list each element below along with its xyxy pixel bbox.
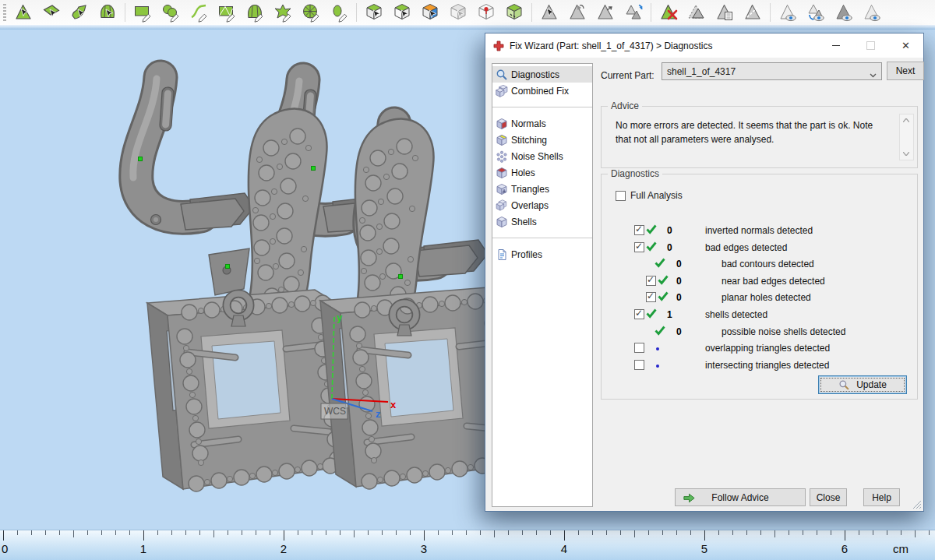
ruler-number: 2 xyxy=(280,542,287,555)
window-selection-icon[interactable] xyxy=(215,2,238,23)
select-cube-alt-icon[interactable] xyxy=(390,2,414,23)
sidebar-item-label: Triangles xyxy=(511,184,549,195)
mark-shell-icon[interactable] xyxy=(96,2,119,23)
ruler-tick xyxy=(45,530,46,535)
mark-surface-icon[interactable] xyxy=(68,2,91,23)
triangles-dashed-icon[interactable] xyxy=(685,2,708,23)
triangle-copy-icon[interactable] xyxy=(713,2,736,23)
diagnostic-row: 0planar holes detected xyxy=(602,291,917,307)
dialog-titlebar[interactable]: Fix Wizard (Part: shell_1_of_4317) > Dia… xyxy=(485,33,923,58)
advice-groupbox: Advice No more errors are detected. It s… xyxy=(601,106,918,168)
shell-pen-icon[interactable] xyxy=(243,2,266,23)
sidebar-item-normals[interactable]: Normals xyxy=(492,115,592,132)
toolbar-separator xyxy=(770,3,771,22)
triangle-show-icon[interactable] xyxy=(860,2,884,23)
ruler-tick xyxy=(606,530,607,535)
triangle-orient-icon[interactable] xyxy=(594,2,617,23)
diagnostic-checkbox[interactable] xyxy=(634,360,644,370)
delete-marked-icon[interactable] xyxy=(657,2,680,23)
select-cube-disabled-icon[interactable] xyxy=(446,2,470,23)
triangle-hide-icon[interactable] xyxy=(832,2,856,23)
sidebar-item-triangles[interactable]: Triangles xyxy=(492,181,592,197)
toolbar-drag-handle[interactable] xyxy=(3,4,6,21)
triangle-split-icon[interactable] xyxy=(741,2,764,23)
ruler-tick xyxy=(662,530,663,535)
triangle-flip-icon[interactable] xyxy=(566,2,589,23)
sidebar-item-label: Shells xyxy=(511,217,537,227)
ruler-tick xyxy=(101,530,102,535)
ruler-tick xyxy=(760,530,761,535)
current-part-combobox[interactable]: shell_1_of_4317 xyxy=(662,62,882,80)
diagnostic-label: bad contours detected xyxy=(722,259,814,269)
cut-curve-icon[interactable] xyxy=(187,2,210,23)
select-cube-icon[interactable] xyxy=(362,2,386,23)
diagnostic-checkbox[interactable] xyxy=(634,242,644,252)
ellipse-selection-icon[interactable] xyxy=(327,2,351,23)
ruler-tick xyxy=(129,530,130,535)
ruler-tick xyxy=(845,530,845,541)
diagnostic-checkbox[interactable] xyxy=(634,309,644,319)
ruler-tick xyxy=(831,530,831,535)
mark-triangle-icon[interactable] xyxy=(12,2,35,23)
close-dialog-button[interactable]: Close xyxy=(810,488,847,506)
sidebar-item-stitching[interactable]: Stitching xyxy=(492,132,592,148)
diagnostic-count: 0 xyxy=(676,259,682,269)
visibility-swap-icon[interactable] xyxy=(804,2,827,23)
sidebar-item-noise-shells[interactable]: Noise Shells xyxy=(492,148,592,164)
ruler-tick xyxy=(901,530,901,535)
diagnostic-count: 1 xyxy=(667,309,672,320)
pie-selection-icon[interactable] xyxy=(299,2,323,23)
sidebar-item-diagnostics[interactable]: Diagnostics xyxy=(492,66,592,83)
next-button[interactable]: Next xyxy=(887,62,924,80)
wcs-label: WCS xyxy=(324,406,346,417)
ruler-tick xyxy=(690,530,691,535)
pick-point-cube-icon[interactable] xyxy=(475,2,498,23)
sidebar-item-label: Stitching xyxy=(511,135,547,146)
sidebar-item-combined-fix[interactable]: Combined Fix xyxy=(492,83,592,99)
diagnostic-count: 0 xyxy=(676,292,682,303)
diagnostic-checkbox[interactable] xyxy=(646,292,656,302)
sidebar-separator xyxy=(492,238,592,238)
sidebar-item-overlaps[interactable]: Overlaps xyxy=(492,197,592,213)
triangle-visibility-icon[interactable] xyxy=(776,2,799,23)
rectangle-selection-icon[interactable] xyxy=(131,2,154,23)
mark-plane-icon[interactable] xyxy=(40,2,63,23)
update-button[interactable]: Update xyxy=(818,375,907,394)
diagnostic-row: 0bad contours detected xyxy=(602,257,917,273)
model-earring-left-pendant[interactable] xyxy=(147,290,349,491)
diagnostic-checkbox[interactable] xyxy=(646,276,656,286)
check-ok-icon xyxy=(658,291,669,304)
scroll-up-icon[interactable] xyxy=(900,114,912,126)
scroll-down-icon[interactable] xyxy=(900,148,912,160)
model-earring-left-bracket[interactable] xyxy=(209,248,249,295)
resize-grip[interactable] xyxy=(912,500,922,509)
triangles-swap-icon[interactable] xyxy=(622,2,645,23)
ruler-tick xyxy=(31,530,32,535)
ruler-tick xyxy=(887,530,887,535)
diagnostic-checkbox[interactable] xyxy=(634,343,644,353)
minimize-button[interactable] xyxy=(818,33,853,58)
cube-red-front-icon xyxy=(496,118,508,130)
brush-selection-icon[interactable] xyxy=(159,2,182,23)
advice-scrollbar[interactable] xyxy=(899,114,914,160)
help-button[interactable]: Help xyxy=(863,488,900,506)
marked-cube-icon[interactable] xyxy=(503,2,526,23)
close-button[interactable]: ✕ xyxy=(888,33,923,58)
diagnostic-checkbox[interactable] xyxy=(634,225,644,235)
follow-advice-button[interactable]: Follow Advice xyxy=(675,488,806,506)
model-ear-hook-left[interactable] xyxy=(133,77,254,230)
sidebar-item-profiles[interactable]: Profiles xyxy=(492,246,592,262)
freeform-selection-icon[interactable] xyxy=(271,2,295,23)
ruler-tick xyxy=(746,530,747,535)
cube-triangle-icon xyxy=(496,183,508,195)
ruler-tick xyxy=(284,530,284,541)
diagnostic-label: inverted normals detected xyxy=(705,225,813,236)
triangle-select-icon[interactable] xyxy=(538,2,561,23)
diagnostic-label: overlapping triangles detected xyxy=(705,343,830,354)
select-colored-cube-icon[interactable] xyxy=(418,2,442,23)
sidebar-item-shells[interactable]: Shells xyxy=(492,213,592,230)
ruler-tick xyxy=(143,530,144,541)
dialog-title: Fix Wizard (Part: shell_1_of_4317) > Dia… xyxy=(510,41,712,51)
sidebar-item-holes[interactable]: Holes xyxy=(492,164,592,181)
magnifier-icon xyxy=(496,69,508,81)
